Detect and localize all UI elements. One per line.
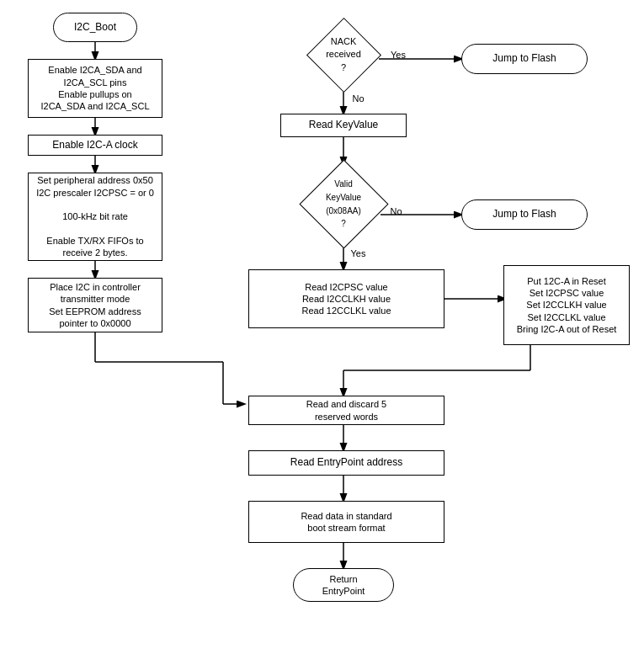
read-data-node: Read data in standard boot stream format [248, 501, 444, 543]
flowchart: I2C_Boot Enable I2CA_SDA and I2CA_SCL pi… [0, 0, 644, 654]
put-12ca-node: Put 12C-A in Reset Set I2CPSC value Set … [503, 265, 630, 345]
valid-kv-diamond-wrap: Valid KeyValue (0x08AA) ? [297, 164, 390, 244]
yes-label-2: Yes [348, 246, 369, 261]
return-ep-node: Return EntryPoint [293, 568, 394, 602]
place-i2c-label: Place I2C in controller transmitter mode… [49, 281, 141, 329]
read-keyvalue-label: Read KeyValue [309, 119, 379, 132]
read-entrypoint-node: Read EntryPoint address [248, 450, 444, 476]
jump-flash-2-node: Jump to Flash [461, 199, 588, 230]
enable-clock-label: Enable I2C-A clock [52, 139, 137, 152]
read-discard-label: Read and discard 5 reserved words [306, 398, 386, 423]
i2c-boot-label: I2C_Boot [74, 21, 116, 35]
read-i2cpsc-label: Read I2CPSC value Read I2CCLKH value Rea… [302, 281, 391, 317]
enable-pins-label: Enable I2CA_SDA and I2CA_SCL pins Enable… [40, 64, 149, 112]
jump-flash-1-label: Jump to Flash [492, 52, 556, 66]
read-i2cpsc-node: Read I2CPSC value Read I2CCLKH value Rea… [248, 269, 444, 328]
nack-diamond-wrap: NACK received ? [306, 17, 381, 93]
read-keyvalue-node: Read KeyValue [280, 114, 407, 137]
put-12ca-label: Put 12C-A in Reset Set I2CPSC value Set … [517, 275, 617, 335]
yes-label-1: Yes [386, 46, 411, 63]
valid-kv-diamond-label: Valid KeyValue (0x08AA) ? [326, 178, 361, 230]
place-i2c-node: Place I2C in controller transmitter mode… [28, 278, 162, 332]
enable-clock-node: Enable I2C-A clock [28, 135, 162, 156]
read-entrypoint-label: Read EntryPoint address [290, 456, 402, 470]
set-peripheral-node: Set peripheral address 0x50 I2C prescale… [28, 173, 162, 261]
enable-pins-node: Enable I2CA_SDA and I2CA_SCL pins Enable… [28, 59, 162, 118]
nack-diamond-label: NACK received ? [326, 35, 361, 75]
i2c-boot-node: I2C_Boot [53, 13, 137, 42]
jump-flash-1-node: Jump to Flash [461, 44, 588, 74]
set-peripheral-label: Set peripheral address 0x50 I2C prescale… [36, 174, 154, 258]
no-label-1: No [348, 91, 369, 106]
jump-flash-2-label: Jump to Flash [492, 208, 556, 221]
read-discard-node: Read and discard 5 reserved words [248, 396, 444, 425]
no-label-2: No [386, 204, 407, 219]
return-ep-label: Return EntryPoint [322, 573, 365, 598]
read-data-label: Read data in standard boot stream format [301, 510, 391, 534]
